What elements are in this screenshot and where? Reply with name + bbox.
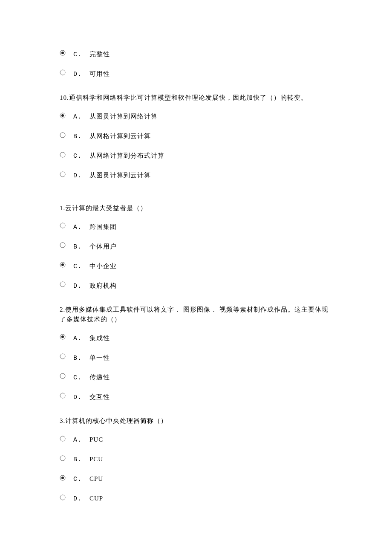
option-row[interactable]: C.传递性 — [60, 370, 332, 384]
option-row[interactable]: A.跨国集团 — [60, 220, 332, 234]
option-letter: D. — [73, 171, 89, 181]
radio-selected-icon[interactable] — [60, 475, 66, 481]
option-text: PUC — [89, 435, 103, 445]
option-text: 政府机构 — [89, 281, 117, 291]
question-text: 1.云计算的最大受益者是（） — [60, 203, 332, 213]
radio-unselected-icon[interactable] — [60, 353, 66, 359]
option-text: CUP — [89, 494, 103, 503]
option-row[interactable]: C.从网络计算到分布式计算 — [60, 149, 332, 163]
question-block: 1.云计算的最大受益者是（）A.跨国集团B.个体用户C.中小企业D.政府机构 — [60, 203, 332, 293]
svg-point-16 — [60, 373, 65, 379]
svg-point-1 — [61, 52, 64, 54]
question-text: 2.使用多媒体集成工具软件可以将文字． 图形图像． 视频等素材制作成作品。这主要… — [60, 305, 332, 324]
radio-selected-icon[interactable] — [60, 334, 66, 340]
option-row[interactable]: D.可用性 — [60, 66, 332, 81]
radio-selected-icon[interactable] — [60, 113, 66, 119]
radio-unselected-icon[interactable] — [60, 242, 66, 248]
question-block: 2.使用多媒体集成工具软件可以将文字． 图形图像． 视频等素材制作成作品。这主要… — [60, 305, 332, 404]
option-row[interactable]: D.政府机构 — [60, 278, 332, 293]
svg-point-9 — [60, 243, 65, 248]
option-letter: C. — [73, 262, 89, 272]
option-letter: D. — [73, 70, 89, 80]
option-text: 中小企业 — [89, 261, 117, 271]
option-row[interactable]: B.PCU — [60, 452, 332, 467]
radio-selected-icon[interactable] — [60, 262, 66, 268]
radio-unselected-icon[interactable] — [60, 281, 66, 287]
leading-options: C.完整性D.可用性 — [60, 47, 332, 81]
svg-point-2 — [60, 70, 65, 75]
question-number: 3. — [60, 417, 65, 424]
option-text: 从图灵计算到网络计算 — [89, 112, 158, 121]
option-row[interactable]: B.从网格计算到云计算 — [60, 129, 332, 144]
svg-point-14 — [61, 335, 64, 338]
option-text: PCU — [89, 454, 103, 464]
option-text: 从网格计算到云计算 — [89, 131, 151, 141]
option-letter: D. — [73, 393, 89, 403]
option-letter: B. — [73, 243, 89, 252]
question-number: 1. — [60, 205, 65, 211]
option-row[interactable]: C.CPU — [60, 472, 332, 486]
svg-point-11 — [61, 263, 64, 266]
radio-unselected-icon[interactable] — [60, 69, 66, 75]
question-text: 3.计算机的核心中央处理器简称（） — [60, 416, 332, 426]
option-text: 完整性 — [89, 49, 110, 59]
option-letter: A. — [73, 223, 89, 233]
option-row[interactable]: B.单一性 — [60, 350, 332, 365]
question-number: 10. — [60, 94, 69, 101]
svg-point-18 — [60, 436, 65, 441]
option-text: 单一性 — [89, 353, 110, 363]
question-body: 云计算的最大受益者是（） — [65, 205, 147, 211]
option-letter: C. — [73, 50, 89, 60]
radio-unselected-icon[interactable] — [60, 393, 66, 399]
option-row[interactable]: D.CUP — [60, 491, 332, 506]
option-text: 跨国集团 — [89, 222, 117, 232]
option-letter: A. — [73, 334, 89, 344]
radio-unselected-icon[interactable] — [60, 436, 66, 442]
option-row[interactable]: C.完整性 — [60, 47, 332, 61]
radio-unselected-icon[interactable] — [60, 171, 66, 177]
option-text: 传递性 — [89, 373, 110, 382]
option-row[interactable]: A.集成性 — [60, 331, 332, 345]
option-text: 从图灵计算到云计算 — [89, 171, 151, 180]
svg-point-7 — [60, 172, 65, 177]
option-letter: D. — [73, 282, 89, 292]
svg-point-8 — [60, 223, 65, 228]
radio-unselected-icon[interactable] — [60, 455, 66, 461]
radio-unselected-icon[interactable] — [60, 152, 66, 158]
option-text: 集成性 — [89, 333, 110, 343]
option-row[interactable]: C.中小企业 — [60, 259, 332, 273]
option-row[interactable]: A.从图灵计算到网络计算 — [60, 110, 332, 124]
option-letter: A. — [73, 436, 89, 445]
question-text: 10.通信科学和网络科学比可计算模型和软件理论发展快，因此加快了（）的转变。 — [60, 93, 332, 103]
option-row[interactable]: D.交互性 — [60, 390, 332, 404]
option-text: 个体用户 — [89, 242, 117, 251]
radio-unselected-icon[interactable] — [60, 373, 66, 379]
option-text: 从网络计算到分布式计算 — [89, 151, 164, 161]
option-text: CPU — [89, 474, 103, 484]
option-letter: B. — [73, 354, 89, 364]
svg-point-4 — [61, 114, 64, 117]
svg-point-12 — [60, 282, 65, 287]
svg-point-21 — [61, 477, 64, 479]
radio-unselected-icon[interactable] — [60, 132, 66, 138]
option-letter: C. — [73, 475, 89, 485]
svg-point-6 — [60, 152, 65, 157]
svg-point-17 — [60, 393, 65, 398]
radio-unselected-icon[interactable] — [60, 223, 66, 228]
option-row[interactable]: D.从图灵计算到云计算 — [60, 168, 332, 183]
option-row[interactable]: B.个体用户 — [60, 239, 332, 254]
option-row[interactable]: A.PUC — [60, 433, 332, 447]
option-letter: A. — [73, 113, 89, 122]
option-letter: B. — [73, 132, 89, 142]
question-block: 3.计算机的核心中央处理器简称（）A.PUCB.PCUC.CPUD.CUP — [60, 416, 332, 506]
option-letter: B. — [73, 455, 89, 465]
option-text: 可用性 — [89, 69, 110, 79]
question-number: 2. — [60, 306, 65, 313]
question-body: 计算机的核心中央处理器简称（） — [65, 417, 167, 424]
svg-point-22 — [60, 495, 65, 500]
question-body: 使用多媒体集成工具软件可以将文字． 图形图像． 视频等素材制作成作品。这主要体现… — [60, 306, 329, 323]
svg-point-19 — [60, 456, 65, 461]
radio-unselected-icon[interactable] — [60, 494, 66, 500]
radio-selected-icon[interactable] — [60, 50, 66, 56]
option-letter: C. — [73, 152, 89, 162]
